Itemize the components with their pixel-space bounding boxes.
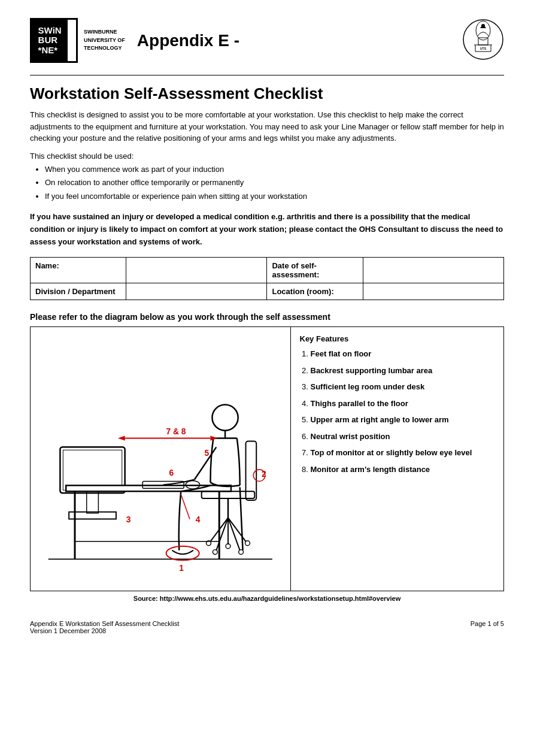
key-features-title: Key Features [300,334,495,343]
key-feature-8: Monitor at arm’s length distance [311,464,495,476]
location-value[interactable] [363,283,503,300]
key-features-list: Feet flat on floor Backrest supporting l… [311,348,495,475]
name-value[interactable] [126,258,267,283]
crest-logo: UTS [462,19,504,62]
footer-page: Page 1 of 5 [471,620,504,634]
svg-text:6: 6 [169,468,174,477]
list-item: When you commence work as part of your i… [45,164,504,176]
svg-line-43 [181,494,190,519]
svg-point-32 [213,550,217,555]
svg-marker-36 [118,436,125,441]
svg-point-30 [245,541,250,546]
key-feature-4: Thighs parallel to the floor [311,398,495,410]
svg-point-20 [166,546,199,561]
university-name: SWINBURNE UNIVERSITY OF TECHNOLOGY [84,28,125,53]
list-item: On relocation to another office temporar… [45,177,504,189]
footer-left: Appendix E Workstation Self Assessment C… [30,620,179,634]
warning-text: If you have sustained an injury or devel… [30,211,504,248]
key-feature-5: Upper arm at right angle to lower arm [311,414,495,426]
appendix-title: Appendix E - [137,31,239,50]
footer-doc-name: Appendix E Workstation Self Assessment C… [30,620,179,627]
key-feature-7: Top of monitor at or slightly below eye … [311,447,495,459]
svg-rect-8 [87,489,99,513]
svg-text:1: 1 [179,564,184,573]
diagram-container: 7 & 8 1 2 3 4 5 6 [30,326,504,591]
list-item: If you feel uncomfortable or experience … [45,190,504,202]
location-label: Location (room): [267,283,363,300]
name-label: Name: [31,258,126,283]
key-feature-3: Sufficient leg room under desk [311,381,495,393]
division-label: Division / Department [31,283,126,300]
page-footer: Appendix E Workstation Self Assessment C… [30,620,504,634]
diagram-left: 7 & 8 1 2 3 4 5 6 [31,327,291,591]
svg-line-25 [228,518,246,542]
date-value[interactable] [363,258,503,283]
svg-text:4: 4 [196,516,201,525]
svg-text:UTS: UTS [480,47,487,50]
main-title: Workstation Self-Assessment Checklist [30,84,504,103]
diagram-heading: Please refer to the diagram below as you… [30,312,504,322]
checklist-header: This checklist should be used: [30,152,504,161]
logo-text: SWiNBUR*NE* [38,26,62,56]
page-header: SWiNBUR*NE* SWINBURNE UNIVERSITY OF TECH… [30,18,504,63]
header-left: SWiNBUR*NE* SWINBURNE UNIVERSITY OF TECH… [30,18,239,63]
svg-text:7 & 8: 7 & 8 [166,427,186,436]
footer-version: Version 1 December 2008 [30,627,179,634]
diagram-section: Please refer to the diagram below as you… [30,312,504,602]
svg-rect-21 [202,492,255,499]
form-table: Name: Date of self-assessment: Division … [30,257,504,300]
diagram-right: Key Features Feet flat on floor Backrest… [291,327,504,591]
svg-point-31 [226,544,230,549]
header-divider [30,75,504,75]
svg-point-1 [476,21,490,40]
svg-text:3: 3 [126,516,131,525]
date-label: Date of self-assessment: [267,258,363,283]
intro-text: This checklist is designed to assist you… [30,109,504,144]
svg-point-33 [239,550,244,555]
division-value[interactable] [126,283,267,300]
checklist-list: When you commence work as part of your i… [45,164,504,202]
svg-point-17 [212,405,238,431]
key-feature-2: Backrest supporting lumbar area [311,365,495,377]
checklist-section: This checklist should be used: When you … [30,152,504,202]
svg-text:5: 5 [205,449,210,458]
svg-rect-10 [63,450,122,491]
key-feature-1: Feet flat on floor [311,348,495,360]
key-feature-6: Neutral wrist position [311,431,495,443]
svg-point-5 [481,24,485,28]
source-text: Source: http://www.ehs.uts.edu.au/hazard… [30,595,504,602]
svg-marker-37 [210,436,217,441]
